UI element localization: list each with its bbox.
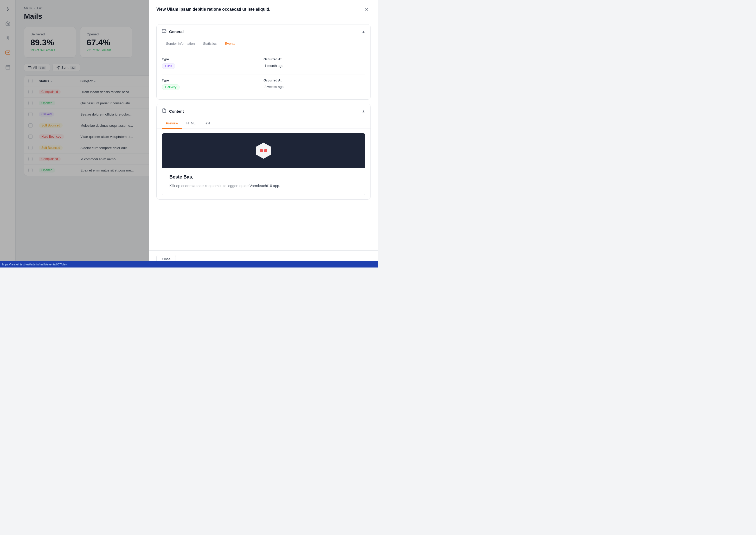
events-content: Type Occurred At Click 1 month ago: [157, 49, 370, 99]
email-preview: Beste Bas, Klik op onderstaande knop om …: [162, 133, 365, 195]
mail-section-icon: [162, 29, 167, 34]
tab-sender-information[interactable]: Sender Information: [162, 39, 199, 49]
document-section-icon: [162, 108, 167, 114]
tab-text[interactable]: Text: [200, 118, 214, 129]
event-1-occurred-label: Occurred At: [263, 58, 365, 61]
email-greeting: Beste Bas,: [169, 174, 358, 180]
event-2-occurred-time: 3 weeks ago: [265, 85, 284, 89]
event-2-occurred-label: Occurred At: [263, 79, 365, 82]
slideover-panel: View Ullam ipsam debitis ratione occaeca…: [149, 0, 378, 268]
email-body-text: Klik op onderstaande knop om in te logge…: [169, 183, 358, 189]
general-section-label: General: [169, 29, 184, 34]
tab-statistics-label: Statistics: [203, 42, 217, 45]
tab-preview-label: Preview: [166, 121, 178, 125]
event-2-type-label: Type: [162, 79, 263, 82]
content-chevron-icon: ▲: [362, 109, 365, 113]
email-preview-header: [162, 133, 365, 168]
status-bar-url: https://laravel-test.test/admin/mails/ev…: [2, 263, 68, 266]
general-chevron-icon: ▲: [362, 29, 365, 34]
close-icon[interactable]: [363, 5, 371, 14]
tab-statistics[interactable]: Statistics: [199, 39, 221, 49]
general-section: General ▲ Sender Information Statistics …: [156, 24, 371, 100]
status-bar: https://laravel-test.test/admin/mails/ev…: [0, 261, 378, 268]
svg-rect-7: [264, 149, 267, 152]
tab-preview[interactable]: Preview: [162, 118, 182, 129]
event-2-type-badge: Delivery: [162, 84, 180, 90]
general-tabs: Sender Information Statistics Events: [157, 39, 370, 49]
event-2-headers: Type Occurred At: [162, 79, 365, 82]
email-logo-icon: [255, 142, 273, 160]
svg-marker-5: [256, 143, 271, 159]
tab-html-label: HTML: [186, 121, 195, 125]
content-section: Content ▲ Preview HTML Text: [156, 104, 371, 200]
tab-text-label: Text: [204, 121, 210, 125]
tab-events-label: Events: [225, 42, 235, 45]
general-section-header[interactable]: General ▲: [157, 24, 370, 39]
event-1-type-badge: Click: [162, 63, 176, 69]
content-tabs: Preview HTML Text: [157, 118, 370, 129]
content-section-label: Content: [169, 109, 184, 113]
email-body-preview: Beste Bas, Klik op onderstaande knop om …: [162, 168, 365, 195]
event-1-values: Click 1 month ago: [162, 63, 365, 69]
event-row-1: Type Occurred At Click 1 month ago: [162, 53, 365, 74]
event-1-type-label: Type: [162, 58, 263, 61]
slideover-body: General ▲ Sender Information Statistics …: [149, 19, 378, 250]
event-row-2: Type Occurred At Delivery 3 weeks ago: [162, 74, 365, 95]
tab-sender-label: Sender Information: [166, 42, 195, 45]
event-2-values: Delivery 3 weeks ago: [162, 84, 365, 90]
svg-rect-4: [162, 29, 166, 33]
tab-html[interactable]: HTML: [182, 118, 200, 129]
svg-rect-6: [260, 149, 263, 152]
slideover-title: View Ullam ipsam debitis ratione occaeca…: [156, 7, 270, 12]
slideover-header: View Ullam ipsam debitis ratione occaeca…: [149, 0, 378, 19]
tab-events[interactable]: Events: [221, 39, 240, 49]
event-1-headers: Type Occurred At: [162, 58, 365, 61]
event-1-occurred-time: 1 month ago: [265, 64, 283, 68]
content-section-header[interactable]: Content ▲: [157, 104, 370, 118]
